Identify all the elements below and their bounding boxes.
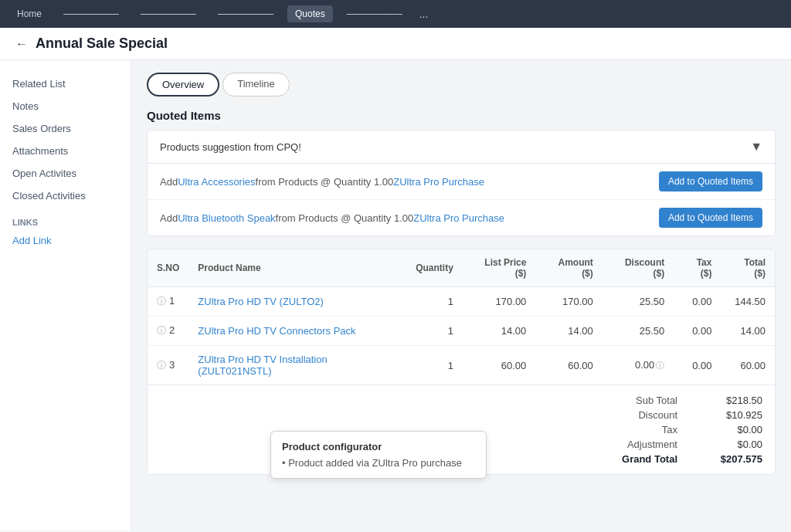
totals-row: Discount $10.925 xyxy=(592,409,762,421)
sidebar-item-notes[interactable]: Notes xyxy=(0,95,131,117)
nav-home[interactable]: Home xyxy=(9,5,49,22)
suggestion-text-1: AddUltra Accessoriesfrom Products @ Quan… xyxy=(160,176,484,188)
cell-amount: 60.00 xyxy=(535,346,602,385)
layout: Related List Notes Sales Orders Attachme… xyxy=(0,60,791,530)
sidebar-item-attachments[interactable]: Attachments xyxy=(0,140,131,162)
sidebar-item-sales-orders[interactable]: Sales Orders xyxy=(0,117,131,140)
tab-timeline[interactable]: Timeline xyxy=(222,73,290,97)
suggestion-link-bluetooth[interactable]: Ultra Bluetooth Speak xyxy=(178,212,275,224)
cell-tax: 0.00 xyxy=(674,287,721,317)
back-arrow-icon[interactable]: ← xyxy=(15,37,28,51)
main-content: Overview Timeline Quoted Items Products … xyxy=(131,60,791,530)
totals-row: Grand Total $207.575 xyxy=(592,453,762,465)
sidebar-add-link[interactable]: Add Link xyxy=(0,230,131,251)
cell-sno: ⓘ1 xyxy=(148,287,188,317)
suggestion-link-pro-2[interactable]: ZUltra Pro Purchase xyxy=(413,212,504,224)
add-quoted-btn-1[interactable]: Add to Quoted Items xyxy=(659,171,762,191)
nav-item-3[interactable]: —————— xyxy=(133,5,204,22)
totals-value: $0.00 xyxy=(708,439,762,450)
cell-tax: 0.00 xyxy=(674,346,721,385)
cell-sno: ⓘ3 xyxy=(148,346,188,385)
cell-list-price: 170.00 xyxy=(463,287,535,317)
tab-overview[interactable]: Overview xyxy=(147,73,219,97)
top-nav: Home —————— —————— —————— Quotes —————— … xyxy=(0,0,791,28)
cell-quantity: 1 xyxy=(406,317,463,346)
cell-product: ZUltra Pro HD TV (ZULTO2) xyxy=(188,287,406,317)
totals-row: Tax $0.00 xyxy=(592,424,762,435)
col-discount: Discount ($) xyxy=(603,249,674,287)
totals-table: Sub Total $218.50 Discount $10.925 Tax $… xyxy=(592,395,762,465)
sidebar: Related List Notes Sales Orders Attachme… xyxy=(0,60,131,530)
chevron-down-icon: ▼ xyxy=(750,140,762,154)
suggestion-row-1: AddUltra Accessoriesfrom Products @ Quan… xyxy=(148,164,775,200)
cell-total: 60.00 xyxy=(721,346,775,385)
nav-quotes[interactable]: Quotes xyxy=(287,5,333,22)
cell-amount: 170.00 xyxy=(535,287,602,317)
suggestion-header[interactable]: Products suggestion from CPQ! ▼ xyxy=(148,130,775,164)
nav-item-2[interactable]: —————— xyxy=(56,5,127,22)
cell-quantity: 1 xyxy=(406,287,463,317)
cell-discount: 25.50 xyxy=(603,317,674,346)
tooltip-item: • Product added via ZUltra Pro purchase xyxy=(282,457,475,469)
col-total: Total ($) xyxy=(721,249,775,287)
col-quantity: Quantity xyxy=(406,249,463,287)
suggestion-box: Products suggestion from CPQ! ▼ AddUltra… xyxy=(147,130,776,236)
col-sno: S.NO xyxy=(148,249,188,287)
suggestion-text-2: AddUltra Bluetooth Speakfrom Products @ … xyxy=(160,212,504,224)
col-amount: Amount ($) xyxy=(535,249,602,287)
page-title: Annual Sale Special xyxy=(36,36,168,52)
sidebar-item-open-activities[interactable]: Open Activites xyxy=(0,162,131,185)
col-list-price: List Price ($) xyxy=(463,249,535,287)
info-icon[interactable]: ⓘ xyxy=(157,360,166,371)
totals-row: Sub Total $218.50 xyxy=(592,395,762,406)
totals-value: $207.575 xyxy=(708,453,762,465)
cell-list-price: 14.00 xyxy=(463,317,535,346)
table-row: ⓘ1 ZUltra Pro HD TV (ZULTO2) 1 170.00 17… xyxy=(148,287,775,317)
col-tax: Tax ($) xyxy=(674,249,721,287)
totals-label: Adjustment xyxy=(592,439,677,450)
suggestion-header-text: Products suggestion from CPQ! xyxy=(160,141,301,153)
cell-discount: 25.50 xyxy=(603,287,674,317)
cell-discount: 0.00ⓘ xyxy=(603,346,674,385)
tabs-container: Overview Timeline xyxy=(147,73,776,97)
cell-tax: 0.00 xyxy=(674,317,721,346)
product-link[interactable]: ZUltra Pro HD TV (ZULTO2) xyxy=(198,296,324,307)
product-link[interactable]: ZUltra Pro HD TV Connectors Pack xyxy=(198,325,355,337)
nav-more[interactable]: ... xyxy=(419,8,429,20)
nav-item-4[interactable]: —————— xyxy=(210,5,281,22)
totals-value: $218.50 xyxy=(708,395,762,406)
info-icon[interactable]: ⓘ xyxy=(157,296,166,307)
cell-sno: ⓘ2 xyxy=(148,317,188,346)
product-link[interactable]: ZUltra Pro HD TV Installation (ZULT021NS… xyxy=(198,354,327,377)
suggestion-link-accessories[interactable]: Ultra Accessories xyxy=(178,176,255,188)
table-row: ⓘ2 ZUltra Pro HD TV Connectors Pack 1 14… xyxy=(148,317,775,346)
suggestion-row-2: AddUltra Bluetooth Speakfrom Products @ … xyxy=(148,200,775,236)
totals-value: $0.00 xyxy=(708,424,762,435)
totals-value: $10.925 xyxy=(708,409,762,421)
totals-row: Adjustment $0.00 xyxy=(592,439,762,450)
totals-label: Tax xyxy=(592,424,677,435)
add-quoted-btn-2[interactable]: Add to Quoted Items xyxy=(659,208,762,228)
cell-total: 14.00 xyxy=(721,317,775,346)
cell-amount: 14.00 xyxy=(535,317,602,346)
tooltip-title: Product configurator xyxy=(282,441,475,452)
cell-quantity: 1 xyxy=(406,346,463,385)
table-row: ⓘ3 ZUltra Pro HD TV Installation (ZULT02… xyxy=(148,346,775,385)
totals-label: Discount xyxy=(592,409,677,421)
nav-item-6[interactable]: —————— xyxy=(339,5,410,22)
info-icon[interactable]: ⓘ xyxy=(157,325,166,336)
tooltip-box: Product configurator • Product added via… xyxy=(270,431,487,479)
totals-label: Grand Total xyxy=(592,453,677,465)
sidebar-item-related-list[interactable]: Related List xyxy=(0,73,131,95)
cell-list-price: 60.00 xyxy=(463,346,535,385)
totals-label: Sub Total xyxy=(592,395,677,406)
suggestion-link-pro-1[interactable]: ZUltra Pro Purchase xyxy=(393,176,484,188)
sidebar-item-closed-activities[interactable]: Closed Activities xyxy=(0,185,131,207)
cell-product: ZUltra Pro HD TV Installation (ZULT021NS… xyxy=(188,346,406,385)
cell-product: ZUltra Pro HD TV Connectors Pack xyxy=(188,317,406,346)
quoted-items-title: Quoted Items xyxy=(147,109,776,122)
sidebar-links-section: Links xyxy=(0,207,131,230)
page-header: ← Annual Sale Special xyxy=(0,28,791,60)
cell-total: 144.50 xyxy=(721,287,775,317)
col-product-name: Product Name xyxy=(188,249,406,287)
